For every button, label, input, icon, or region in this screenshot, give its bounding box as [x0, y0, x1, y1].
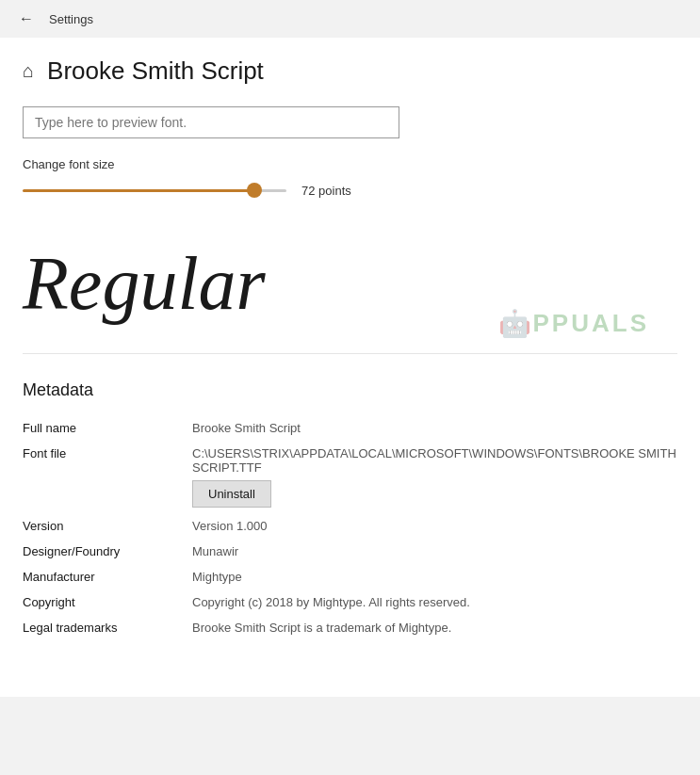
- page-title: Brooke Smith Script: [47, 57, 264, 86]
- metadata-key-version: Version: [23, 519, 192, 533]
- table-row: Copyright Copyright (c) 2018 by Mightype…: [23, 589, 677, 615]
- metadata-value-fullname: Brooke Smith Script: [192, 421, 677, 435]
- top-bar: ← Settings: [0, 0, 700, 38]
- metadata-value-trademarks: Brooke Smith Script is a trademark of Mi…: [192, 621, 677, 635]
- page-header: ⌂ Brooke Smith Script: [23, 57, 677, 86]
- home-icon: ⌂: [23, 60, 34, 82]
- table-row: Full name Brooke Smith Script: [23, 415, 677, 441]
- settings-label: Settings: [49, 12, 93, 26]
- font-file-path: C:\USERS\STRIX\APPDATA\LOCAL\MICROSOFT\W…: [192, 446, 677, 475]
- font-preview-area: Regular 🤖 PPUALS: [23, 222, 677, 354]
- table-row: Manufacturer Mightype: [23, 564, 677, 589]
- back-button[interactable]: ←: [15, 7, 38, 31]
- metadata-value-copyright: Copyright (c) 2018 by Mightype. All righ…: [192, 595, 677, 609]
- metadata-key-trademarks: Legal trademarks: [23, 621, 192, 635]
- font-size-label: Change font size: [23, 157, 677, 171]
- metadata-title: Metadata: [23, 380, 677, 400]
- table-row: Legal trademarks Brooke Smith Script is …: [23, 615, 677, 640]
- table-row: Font file C:\USERS\STRIX\APPDATA\LOCAL\M…: [23, 441, 677, 513]
- uninstall-button[interactable]: Uninstall: [192, 480, 271, 508]
- preview-input[interactable]: [23, 106, 399, 138]
- metadata-key-fontfile: Font file: [23, 446, 192, 460]
- table-row: Designer/Foundry Munawir: [23, 539, 677, 564]
- metadata-value-version: Version 1.000: [192, 519, 677, 533]
- slider-value: 72 points: [301, 184, 351, 198]
- font-size-slider[interactable]: [23, 181, 286, 200]
- main-content: ⌂ Brooke Smith Script Change font size 7…: [0, 38, 700, 697]
- appuals-watermark: 🤖 PPUALS: [498, 308, 649, 339]
- metadata-section: Metadata Full name Brooke Smith Script F…: [23, 380, 677, 640]
- metadata-key-manufacturer: Manufacturer: [23, 570, 192, 584]
- slider-track: [23, 189, 286, 192]
- metadata-key-designer: Designer/Foundry: [23, 544, 192, 558]
- metadata-value-designer: Munawir: [192, 544, 677, 558]
- appuals-text: PPUALS: [533, 309, 649, 338]
- slider-row: 72 points: [23, 181, 677, 200]
- appuals-a-icon: 🤖: [498, 308, 531, 339]
- font-preview-text: Regular: [23, 246, 266, 321]
- table-row: Version Version 1.000: [23, 513, 677, 539]
- metadata-value-fontfile: C:\USERS\STRIX\APPDATA\LOCAL\MICROSOFT\W…: [192, 446, 677, 508]
- metadata-key-copyright: Copyright: [23, 595, 192, 609]
- metadata-key-fullname: Full name: [23, 421, 192, 435]
- slider-thumb: [247, 183, 262, 198]
- metadata-value-manufacturer: Mightype: [192, 570, 677, 584]
